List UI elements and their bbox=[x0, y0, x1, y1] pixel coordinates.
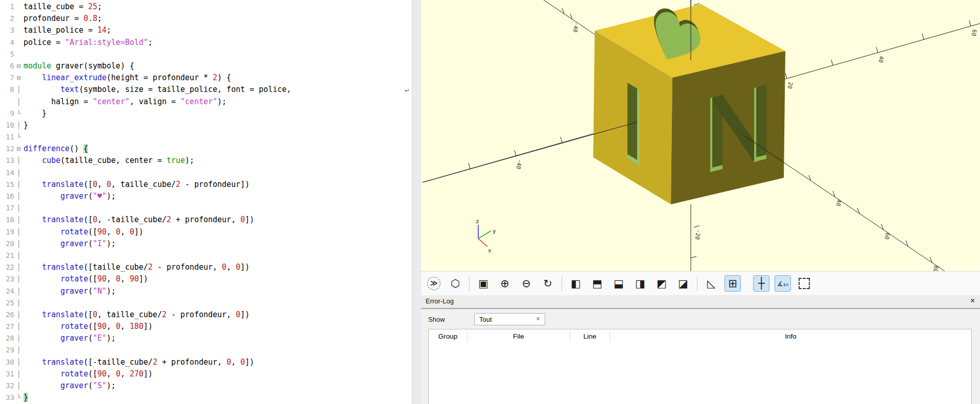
error-log-titlebar[interactable]: Error-Log × bbox=[421, 295, 980, 309]
fold-marker[interactable]: ⊟ bbox=[14, 72, 24, 84]
code-line[interactable]: 29│ bbox=[0, 344, 412, 356]
view-back-button[interactable]: ◪ bbox=[675, 275, 691, 292]
code-line[interactable]: 4police = "Arial:style=Bold"; bbox=[0, 37, 412, 49]
view-top-button[interactable]: ⬒ bbox=[589, 275, 605, 292]
axis-label: 40 bbox=[877, 55, 885, 63]
line-number: 23 bbox=[0, 273, 14, 285]
column-header-group[interactable]: Group bbox=[429, 331, 468, 342]
code-line[interactable]: 21│ bbox=[0, 250, 412, 262]
view-all-button[interactable] bbox=[796, 275, 812, 292]
code-line[interactable]: 17│ bbox=[0, 202, 412, 214]
code-line[interactable]: 23│ rotate([90, 0, 90]) bbox=[0, 273, 412, 285]
code-line[interactable]: 33└} bbox=[0, 392, 412, 403]
close-icon[interactable]: × bbox=[970, 296, 975, 305]
code-line[interactable]: 8│ text(symbole, size = taille_police, f… bbox=[0, 84, 412, 96]
view-right-icon: ◧ bbox=[571, 277, 581, 290]
error-log-title: Error-Log bbox=[426, 297, 454, 305]
show-scale-markers-button[interactable]: ∡₁₀ bbox=[775, 275, 791, 292]
code-line[interactable]: 16│ graver("♥"); bbox=[0, 191, 412, 202]
code-line[interactable]: 20│ graver("I"); bbox=[0, 238, 412, 250]
axis-tick bbox=[561, 137, 562, 142]
code-line[interactable]: 11└ bbox=[0, 131, 412, 143]
code-editor[interactable]: 1taille_cube = 25;2profondeur = 0.8;3tai… bbox=[0, 0, 412, 404]
error-log-table: GroupFileLineInfo bbox=[428, 329, 972, 404]
code-text: linear_extrude(height = profondeur * 2) … bbox=[24, 73, 231, 82]
orientation-gizmo: z y x bbox=[476, 218, 496, 254]
code-line[interactable]: 2profondeur = 0.8; bbox=[0, 13, 412, 25]
line-number: 16 bbox=[0, 191, 14, 202]
show-axes-button[interactable]: ┼ bbox=[753, 275, 769, 292]
editor-viewport-splitter[interactable] bbox=[412, 0, 421, 404]
orthogonal-view-button[interactable]: ⊞ bbox=[725, 275, 741, 292]
preview-icon: ≫ bbox=[427, 277, 440, 290]
code-line[interactable]: 26│ translate([0, taille_cube/2 - profon… bbox=[0, 309, 412, 321]
code-line[interactable]: 6⊟module graver(symbole) { bbox=[0, 60, 412, 72]
zoom-out-icon: ⊖ bbox=[522, 277, 531, 290]
render-button[interactable]: ⬡ bbox=[447, 275, 463, 292]
view-top-icon: ⬒ bbox=[592, 277, 602, 290]
code-line[interactable]: 1taille_cube = 25; bbox=[0, 1, 412, 13]
fold-marker: │ bbox=[14, 273, 24, 285]
code-line[interactable]: 30│ translate([-taille_cube/2 + profonde… bbox=[0, 357, 412, 368]
fold-marker: │ bbox=[14, 179, 24, 191]
code-line[interactable]: 24│ graver("N"); bbox=[0, 286, 412, 297]
gizmo-z-label: z bbox=[476, 218, 479, 225]
preview-button[interactable]: ≫ bbox=[426, 275, 442, 292]
code-line[interactable]: 28│ graver("E"); bbox=[0, 332, 412, 344]
code-line[interactable]: 9└ } bbox=[0, 108, 412, 120]
x-axis-positive-line bbox=[743, 135, 945, 271]
code-line[interactable]: 3taille_police = 14; bbox=[0, 25, 412, 36]
view-left-button[interactable]: ◨ bbox=[632, 275, 648, 292]
code-line[interactable]: 22│ translate([taille_cube/2 - profondeu… bbox=[0, 262, 412, 273]
zoom-out-button[interactable]: ⊖ bbox=[518, 275, 534, 292]
zoom-all-button[interactable]: ▣ bbox=[475, 275, 492, 292]
axis-tick bbox=[876, 47, 878, 53]
code-text: graver("S"); bbox=[24, 381, 116, 390]
column-header-file[interactable]: File bbox=[468, 331, 570, 342]
column-header-line[interactable]: Line bbox=[570, 331, 610, 342]
code-line[interactable]: 32│ graver("S"); bbox=[0, 380, 412, 392]
reset-view-button[interactable]: ↻ bbox=[540, 275, 556, 292]
line-number: 3 bbox=[0, 25, 14, 36]
code-line[interactable]: │ halign = "center", valign = "center"); bbox=[0, 96, 412, 108]
toolbar-separator bbox=[469, 276, 470, 291]
code-line[interactable]: 10│} bbox=[0, 120, 412, 131]
line-number: 9 bbox=[0, 108, 14, 120]
code-line[interactable]: 5 bbox=[0, 49, 412, 60]
filter-dropdown[interactable]: Tout ∨ bbox=[474, 313, 545, 325]
fold-marker: │ bbox=[14, 380, 24, 392]
code-line[interactable]: 25│ bbox=[0, 297, 412, 309]
fold-marker[interactable]: ⊟ bbox=[14, 60, 24, 72]
code-text: taille_cube = 25; bbox=[24, 2, 102, 11]
code-line[interactable]: 7⊟ linear_extrude(height = profondeur * … bbox=[0, 72, 412, 84]
code-text: graver("N"); bbox=[24, 287, 116, 296]
code-text: difference() { bbox=[24, 144, 88, 153]
code-line[interactable]: 15│ translate([0, 0, taille_cube/2 - pro… bbox=[0, 179, 412, 191]
code-line[interactable]: 31│ rotate([90, 0, 270]) bbox=[0, 368, 412, 380]
view-bottom-button[interactable]: ⬓ bbox=[611, 275, 627, 292]
line-number: 27 bbox=[0, 321, 14, 332]
code-line[interactable]: 13│ cube(taille_cube, center = true); bbox=[0, 155, 412, 167]
code-line[interactable]: 18│ translate([0, -taille_cube/2 + profo… bbox=[0, 214, 412, 226]
code-line[interactable]: 14│ bbox=[0, 167, 412, 179]
code-line[interactable]: 19│ rotate([90, 0, 0]) bbox=[0, 226, 412, 238]
axis-label: -20 bbox=[694, 229, 702, 240]
toolbar-separator bbox=[697, 276, 697, 291]
code-text: taille_police = 14; bbox=[24, 26, 111, 35]
perspective-view-button[interactable]: ◺ bbox=[703, 275, 719, 292]
axis-tick bbox=[515, 150, 516, 156]
line-number: 17 bbox=[0, 202, 14, 214]
line-number: 31 bbox=[0, 368, 14, 380]
line-number: 18 bbox=[0, 214, 14, 226]
view-front-button[interactable]: ◩ bbox=[654, 275, 670, 292]
code-line[interactable]: 12⊟difference() { bbox=[0, 143, 412, 155]
fold-marker[interactable]: ⊟ bbox=[14, 143, 24, 155]
zoom-in-button[interactable]: ⊕ bbox=[497, 275, 513, 292]
code-text: graver("♥"); bbox=[24, 192, 116, 201]
axis-tick bbox=[469, 163, 470, 169]
3d-viewport[interactable]: -40-20204060-4040608020-20 bbox=[421, 0, 980, 271]
fold-marker: │ bbox=[14, 191, 24, 202]
view-right-button[interactable]: ◧ bbox=[568, 275, 584, 292]
column-header-info[interactable]: Info bbox=[610, 331, 971, 342]
code-line[interactable]: 27│ rotate([90, 0, 180]) bbox=[0, 321, 412, 332]
